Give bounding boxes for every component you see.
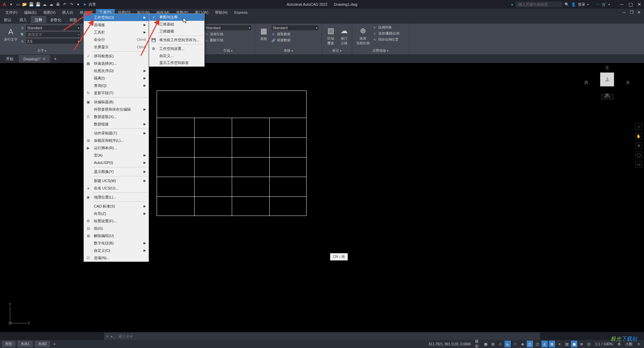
iso-toggle[interactable]: ◈: [519, 341, 526, 347]
tools-menu-item[interactable]: 工作空间(O)▶: [84, 14, 149, 21]
tools-menu-item[interactable]: 动作录制器(T)▶: [84, 129, 149, 137]
undo-icon[interactable]: ↶: [62, 1, 68, 7]
saveas-icon[interactable]: 💾: [35, 1, 41, 7]
ribbon-tab-annotate[interactable]: 注释: [31, 16, 46, 23]
tools-menu-item[interactable]: ↻更新字段(T): [84, 89, 149, 97]
menu-insert[interactable]: 插入(I): [59, 9, 76, 16]
model-tab[interactable]: 模型: [2, 341, 15, 347]
doc-close-icon[interactable]: ✕: [636, 10, 642, 15]
menu-edit[interactable]: 编辑(E): [21, 9, 40, 16]
share-icon[interactable]: ➤: [82, 1, 88, 7]
ribbon-tab-insert[interactable]: 插入: [15, 16, 31, 23]
tools-menu-item[interactable]: ▶运行脚本(R)...: [84, 144, 149, 152]
pan-icon[interactable]: ✋: [635, 133, 642, 139]
menu-express[interactable]: Express: [231, 9, 251, 15]
qat-dropdown-icon[interactable]: ▾: [75, 1, 81, 7]
workspace-menu-item[interactable]: 自定义...: [149, 52, 204, 59]
web-open-icon[interactable]: ☁: [42, 1, 48, 7]
start-tab[interactable]: 开始: [1, 54, 18, 63]
doc-minimize-icon[interactable]: ─: [621, 10, 627, 15]
autocad-logo-icon[interactable]: A: [1, 1, 7, 7]
menu-help[interactable]: 帮助(H): [212, 9, 231, 16]
revcloud-button[interactable]: ☁修订 云线: [338, 25, 350, 47]
tools-menu-item[interactable]: 数据链接▶: [84, 120, 149, 128]
showmotion-icon[interactable]: ▭: [635, 161, 642, 168]
new-tab-button[interactable]: +: [51, 55, 60, 63]
tools-menu-item[interactable]: 全屏显示Ctrl+0: [84, 43, 149, 51]
remove-leader-button[interactable]: ↘删除引线: [204, 38, 252, 43]
tools-menu-item[interactable]: ▦快速选择(K)...: [84, 60, 149, 67]
login-dropdown-icon[interactable]: ▾: [587, 3, 589, 6]
add-del-scale-button[interactable]: ±添加/删除比例: [372, 31, 399, 36]
table-button[interactable]: ▦ 表格: [258, 25, 270, 43]
modelspace-toggle[interactable]: 模型: [475, 341, 481, 347]
tools-menu-item[interactable]: ⊠解除编组(U): [84, 232, 149, 239]
tools-menu-item[interactable]: 宏(A)▶: [84, 152, 149, 159]
drawn-table[interactable]: [157, 91, 307, 216]
mtext-button[interactable]: A 多行文字: [3, 25, 19, 44]
full-nav-icon[interactable]: ⊹: [635, 123, 642, 130]
viewcube-top-face[interactable]: 上: [600, 72, 614, 86]
infer-toggle[interactable]: ⊹: [497, 341, 503, 347]
plot-icon[interactable]: 🖶: [55, 1, 61, 7]
menu-view[interactable]: 视图(V): [40, 9, 59, 16]
tools-menu-item[interactable]: 新建 UCS(W)▶: [84, 177, 149, 184]
panel-title-markup[interactable]: 标记: [325, 48, 349, 53]
workspace-menu-item[interactable]: 三维建模: [149, 28, 204, 35]
otrack-toggle[interactable]: ∠: [541, 341, 548, 347]
save-icon[interactable]: 💾: [28, 1, 34, 7]
workspace-menu-item[interactable]: ✓草图与注释: [149, 14, 204, 21]
share-label[interactable]: 共享: [89, 2, 96, 7]
tools-menu-item[interactable]: 选项板▶: [84, 21, 149, 28]
scale-list-button[interactable]: ≡比例列表: [372, 25, 399, 30]
sync-scale-button[interactable]: ⟲同步比例位置: [372, 37, 399, 42]
grid-toggle[interactable]: ▦: [482, 341, 489, 347]
menu-dropdown-icon[interactable]: ▾: [8, 1, 14, 7]
wipeout-button[interactable]: ▨区域覆盖: [325, 25, 337, 47]
tools-menu-item[interactable]: 命令行Ctrl+9: [84, 36, 149, 43]
redo-icon[interactable]: ↷: [68, 1, 74, 7]
tools-menu-item[interactable]: 数字化仪(B)▶: [84, 239, 149, 247]
search-icon[interactable]: 🔍: [565, 2, 569, 7]
workspace-menu-item[interactable]: ⚙工作空间设置...: [149, 45, 204, 52]
selection-cycle[interactable]: ▣: [571, 341, 577, 347]
drawing-tab[interactable]: Drawing1* ✕: [19, 55, 50, 63]
lineweight-toggle[interactable]: ≡: [556, 341, 562, 347]
dyninput-toggle[interactable]: ⊕: [548, 341, 555, 347]
cmd-close-icon[interactable]: ✕: [104, 334, 110, 339]
panel-title-text[interactable]: 文字: [3, 48, 81, 53]
tools-menu-item[interactable]: 外部参照和块在位编辑▶: [84, 106, 149, 113]
ortho-toggle[interactable]: ⊾: [504, 341, 511, 347]
3dosnap-toggle[interactable]: ◫: [534, 341, 540, 347]
maximize-icon[interactable]: ▢: [627, 2, 634, 7]
quickprops-toggle[interactable]: ⊡: [585, 341, 592, 347]
tab-close-icon[interactable]: ✕: [43, 57, 45, 61]
new-icon[interactable]: ▭: [15, 1, 21, 7]
add-layout-button[interactable]: +: [53, 342, 55, 346]
tools-menu-item[interactable]: 显示图像(Y)▶: [84, 168, 149, 175]
orbit-icon[interactable]: ◯: [635, 152, 642, 158]
info-icon[interactable]: ▸: [512, 2, 514, 7]
tools-menu-item[interactable]: 查询(Q)▶: [84, 82, 149, 89]
layout2-tab[interactable]: 布局2: [35, 341, 50, 347]
close-icon[interactable]: ✕: [636, 2, 643, 7]
tools-menu-item[interactable]: ⎈命名 UCS(U)...: [84, 184, 149, 192]
textstyle-combo[interactable]: Standard: [25, 25, 81, 31]
workspace-menu-item[interactable]: 三维基础: [149, 21, 204, 28]
help-dropdown-icon[interactable]: ▾: [608, 3, 610, 6]
tools-menu-item[interactable]: 向导(Z)▶: [84, 210, 149, 217]
ribbon-tab-parametric[interactable]: 参数化: [46, 16, 65, 23]
panel-title-leader[interactable]: 引线: [204, 48, 252, 53]
zoom-icon[interactable]: ⊕: [635, 142, 642, 149]
add-scale-button[interactable]: ⊕添加 当前比例: [355, 25, 371, 47]
tools-menu-item[interactable]: CAD 标准(S)▶: [84, 202, 149, 210]
tools-menu-item[interactable]: ⊟组(G): [84, 225, 149, 232]
transparency-toggle[interactable]: ▧: [563, 341, 570, 347]
user-icon[interactable]: 👤: [571, 2, 576, 7]
tools-menu-item[interactable]: ▣块编辑器(B): [84, 98, 149, 106]
annomonitor-toggle[interactable]: ⊛: [578, 341, 585, 347]
tools-menu-item[interactable]: 自定义(C)▶: [84, 247, 149, 254]
snap-toggle[interactable]: ⊞: [489, 341, 496, 347]
tools-menu-item[interactable]: 绘图次序(D)▶: [84, 67, 149, 74]
tools-menu-item[interactable]: ☑选项(N)...: [84, 254, 149, 262]
